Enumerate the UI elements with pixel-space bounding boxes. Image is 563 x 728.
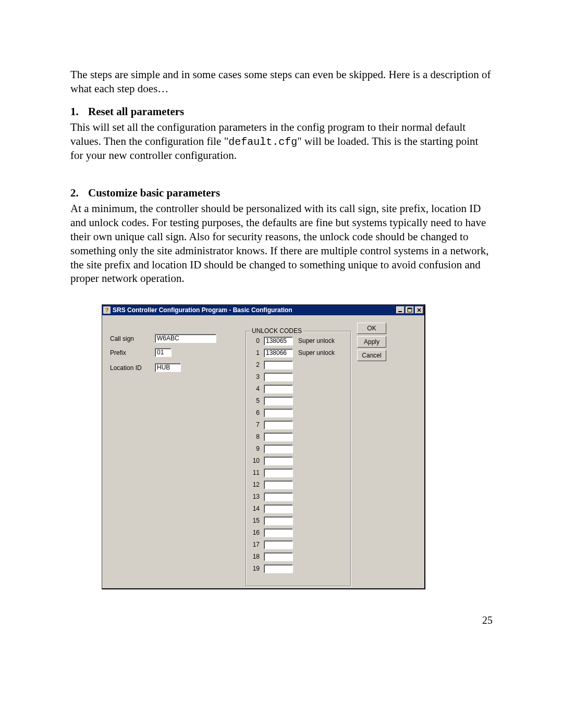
page-number: 25 xyxy=(482,614,493,626)
unlock-code-desc: Super unlock xyxy=(298,349,335,356)
step2-number: 2. xyxy=(70,187,88,200)
unlock-code-input[interactable] xyxy=(264,504,293,513)
unlock-code-input[interactable] xyxy=(264,433,293,441)
unlock-code-row: 19 xyxy=(250,563,346,574)
unlock-code-row: 18 xyxy=(250,551,346,562)
unlock-code-index: 4 xyxy=(250,385,260,392)
unlock-code-row: 16 xyxy=(250,527,346,538)
unlock-code-input[interactable] xyxy=(264,468,293,477)
app-icon: ? xyxy=(103,306,111,314)
unlock-code-index: 8 xyxy=(250,433,260,440)
unlock-code-row: 9 xyxy=(250,443,346,454)
step1-paragraph: This will set all the configuration para… xyxy=(70,120,493,163)
unlock-code-index: 6 xyxy=(250,409,260,416)
unlock-code-input[interactable] xyxy=(264,492,293,501)
unlock-code-row: 5 xyxy=(250,396,346,406)
unlock-code-input[interactable] xyxy=(264,409,293,417)
config-window: ? SRS Controller Configuration Program -… xyxy=(102,304,425,589)
unlock-code-index: 16 xyxy=(250,529,260,536)
unlock-code-index: 11 xyxy=(250,469,260,476)
step1-title: Reset all parameters xyxy=(88,105,184,118)
unlock-code-row: 17 xyxy=(250,539,346,550)
maximize-button[interactable] xyxy=(406,306,414,314)
document-page: The steps are simple and in some cases s… xyxy=(0,0,563,728)
unlock-code-input[interactable]: 138066 xyxy=(264,349,293,357)
unlock-code-row: 3 xyxy=(250,372,346,382)
close-button[interactable] xyxy=(415,306,423,314)
location-id-input[interactable]: HUB xyxy=(155,363,181,372)
unlock-code-row: 4 xyxy=(250,384,346,394)
unlock-code-row: 15 xyxy=(250,515,346,526)
unlock-code-index: 10 xyxy=(250,457,260,464)
step2-heading: 2.Customize basic parameters xyxy=(70,187,493,200)
unlock-code-row: 12 xyxy=(250,479,346,490)
unlock-code-index: 17 xyxy=(250,541,260,548)
unlock-code-input[interactable] xyxy=(264,552,293,561)
apply-button[interactable]: Apply xyxy=(357,336,386,348)
maximize-icon xyxy=(407,307,412,313)
unlock-code-index: 18 xyxy=(250,553,260,560)
unlock-code-row: 10 xyxy=(250,455,346,466)
unlock-code-input[interactable] xyxy=(264,528,293,537)
unlock-code-input[interactable] xyxy=(264,397,293,405)
unlock-code-input[interactable] xyxy=(264,480,293,489)
titlebar[interactable]: ? SRS Controller Configuration Program -… xyxy=(102,305,424,315)
unlock-code-input[interactable] xyxy=(264,361,293,369)
unlock-code-input[interactable] xyxy=(264,373,293,381)
location-id-label: Location ID xyxy=(110,364,142,372)
unlock-code-row: 6 xyxy=(250,408,346,418)
unlock-code-index: 15 xyxy=(250,517,260,524)
window-title: SRS Controller Configuration Program - B… xyxy=(113,306,396,314)
unlock-code-index: 3 xyxy=(250,373,260,380)
unlock-code-index: 19 xyxy=(250,565,260,572)
close-icon xyxy=(417,307,422,313)
unlock-code-index: 5 xyxy=(250,397,260,404)
client-area: Call sign Prefix Location ID W6ABC 01 HU… xyxy=(104,316,423,587)
unlock-code-index: 7 xyxy=(250,421,260,428)
unlock-code-desc: Super unlock xyxy=(298,337,335,344)
step1-config-file: default.cfg xyxy=(228,136,297,148)
unlock-codes-group: UNLOCK CODES 0138065Super unlock1138066S… xyxy=(246,331,351,586)
prefix-label: Prefix xyxy=(110,349,126,356)
unlock-code-row: 1138066Super unlock xyxy=(250,348,346,358)
window-controls xyxy=(396,306,423,314)
unlock-code-row: 11 xyxy=(250,467,346,478)
step2-title: Customize basic parameters xyxy=(88,187,220,199)
minimize-button[interactable] xyxy=(396,306,405,314)
unlock-code-index: 12 xyxy=(250,481,260,488)
step2-paragraph: At a minimum, the controller should be p… xyxy=(70,202,493,286)
step1-heading: 1.Reset all parameters xyxy=(70,105,493,118)
call-sign-input[interactable]: W6ABC xyxy=(155,334,216,343)
unlock-code-input[interactable] xyxy=(264,445,293,453)
ok-button[interactable]: OK xyxy=(357,323,386,334)
unlock-code-input[interactable] xyxy=(264,385,293,393)
step1-number: 1. xyxy=(70,105,88,118)
unlock-code-input[interactable] xyxy=(264,516,293,525)
prefix-input[interactable]: 01 xyxy=(155,348,172,357)
unlock-code-input[interactable]: 138065 xyxy=(264,337,293,346)
unlock-code-index: 14 xyxy=(250,505,260,512)
intro-paragraph: The steps are simple and in some cases s… xyxy=(70,68,493,96)
call-sign-label: Call sign xyxy=(110,335,134,342)
unlock-code-input[interactable] xyxy=(264,564,293,573)
unlock-code-input[interactable] xyxy=(264,421,293,429)
unlock-code-index: 13 xyxy=(250,493,260,500)
unlock-code-row: 14 xyxy=(250,503,346,514)
unlock-code-row: 13 xyxy=(250,491,346,502)
cancel-button[interactable]: Cancel xyxy=(357,350,386,361)
unlock-code-row: 0138065Super unlock xyxy=(250,336,346,346)
unlock-codes-legend: UNLOCK CODES xyxy=(250,327,303,335)
minimize-icon xyxy=(398,307,403,313)
unlock-code-row: 2 xyxy=(250,360,346,370)
svg-rect-0 xyxy=(398,311,402,312)
unlock-code-index: 0 xyxy=(250,337,260,344)
unlock-code-input[interactable] xyxy=(264,456,293,465)
unlock-code-index: 2 xyxy=(250,361,260,368)
svg-rect-2 xyxy=(408,308,412,309)
unlock-code-index: 9 xyxy=(250,445,260,452)
unlock-code-index: 1 xyxy=(250,349,260,356)
unlock-code-input[interactable] xyxy=(264,540,293,549)
unlock-code-row: 8 xyxy=(250,431,346,442)
unlock-code-row: 7 xyxy=(250,419,346,430)
